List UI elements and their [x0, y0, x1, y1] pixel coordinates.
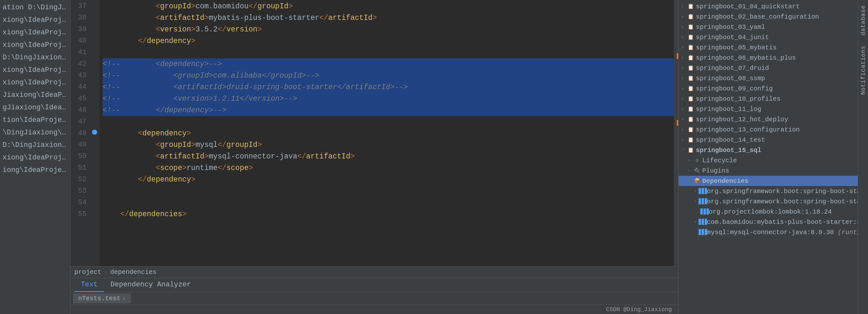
tab-text[interactable]: Text — [74, 278, 104, 292]
tree-item-dep-mybatis[interactable]: › ▊▊▊ com.baomidou:mybatis-plus-boot-sta… — [679, 217, 858, 227]
tree-item-sb13[interactable]: › 📋 springboot_13_configuration — [679, 124, 858, 135]
tree-item-dep-lombok[interactable]: › ▊▊▊ org.projectlombok:lombok:1.18.24 — [679, 206, 858, 217]
sidebar-database-label[interactable]: database — [859, 0, 868, 40]
line-num-48: 48 — [70, 127, 87, 139]
module-icon: 📋 — [687, 65, 694, 71]
sidebar-notifications-label[interactable]: Notifications — [859, 40, 868, 100]
code-line-50: <artifactId>mysql-connector-java</artifa… — [102, 151, 674, 162]
tree-item-plugins[interactable]: › 🔌 Plugins — [679, 166, 858, 176]
tree-item-label: springboot_12_hot_deploy — [696, 116, 855, 123]
dependencies-icon: 📦 — [694, 178, 700, 184]
left-panel-path: xiong\IdeaProjects\SpringBootS — [0, 39, 70, 51]
file-tab-label: nTests.test — [78, 295, 121, 302]
tree-item-sb10[interactable]: › 📋 springboot_10_profiles — [679, 94, 858, 104]
line-num-41: 41 — [70, 47, 87, 58]
project-tree[interactable]: › 📋 springboot_01_04_quickstart › 📋 spri… — [679, 0, 858, 314]
code-line-53 — [102, 185, 674, 197]
tree-item-label: springboot_06_mybatis_plus — [696, 54, 855, 62]
code-line-47 — [102, 116, 674, 127]
tree-item-label: springboot_08_ssmp — [696, 75, 855, 82]
chevron-right-icon: › — [681, 76, 686, 81]
tree-item-label: springboot_09_config — [696, 85, 855, 92]
breadcrumb-sep: › — [104, 268, 108, 276]
line-num-45: 45 — [70, 93, 87, 105]
left-panel-path: D:\DingJiaxiong\IdeaProjects\Sp — [0, 139, 70, 151]
tree-item-sb11[interactable]: › 📋 springboot_11_log — [679, 104, 858, 114]
line-num-50: 50 — [70, 151, 87, 162]
tree-item-label: springboot_10_profiles — [696, 95, 855, 103]
tree-item-sb05[interactable]: › 📋 springboot_05_mybatis — [679, 42, 858, 53]
module-icon: 📋 — [687, 106, 694, 112]
tree-item-label: Lifecycle — [702, 157, 855, 164]
right-panel: › 📋 springboot_01_04_quickstart › 📋 spri… — [678, 0, 858, 314]
close-icon[interactable]: ✕ — [122, 295, 126, 302]
left-panel-path: ation D:\DingJiaxiong\IdeaProjec — [0, 1, 70, 14]
chevron-right-icon: › — [681, 137, 686, 142]
left-panel-path: xiong\IdeaProjects\SpringBootS — [0, 14, 70, 26]
editor-scrollbar[interactable] — [674, 0, 678, 266]
tree-item-sb08[interactable]: › 📋 springboot_08_ssmp — [679, 73, 858, 83]
chevron-right-icon: › — [681, 127, 686, 132]
module-icon: 📋 — [687, 95, 694, 102]
tree-item-label: springboot_03_yaml — [696, 23, 855, 31]
file-tabs-bar: nTests.test ✕ — [70, 292, 678, 305]
tree-item-sb01[interactable]: › 📋 springboot_01_04_quickstart — [679, 1, 858, 11]
breadcrumb-project: project — [74, 268, 101, 276]
code-line-45: <!-- <version>1.2.11</version>--> — [102, 93, 674, 105]
tree-item-label: org.projectlombok:lombok:1.18.24 — [709, 208, 855, 216]
tree-item-dep-spring-boot[interactable]: › ▊▊▊ org.springframework.boot:spring-bo… — [679, 186, 858, 196]
chevron-right-icon: › — [681, 86, 686, 91]
left-panel-path: gJiaxiong\IdeaProjects\SpringBo — [0, 102, 70, 114]
tree-item-label: springboot_05_mybatis — [696, 44, 855, 51]
code-line-38: <artifactId>mybatis-plus-boot-starter</a… — [102, 12, 674, 24]
tree-item-sb14[interactable]: › 📋 springboot_14_test — [679, 135, 858, 145]
tree-item-label: springboot_15_sql — [696, 147, 855, 154]
left-panel-path: \DingJiaxiong\IdeaProjects\Sprin — [0, 126, 70, 139]
tree-item-sb15[interactable]: › 📋 springboot_15_sql — [679, 145, 858, 155]
chevron-right-icon: › — [681, 107, 686, 112]
chevron-right-icon: › — [687, 158, 692, 163]
tree-item-sb12[interactable]: › 📋 springboot_12_hot_deploy — [679, 114, 858, 124]
tree-item-sb06[interactable]: › 📋 springboot_06_mybatis_plus — [679, 53, 858, 63]
module-icon: 📋 — [687, 85, 694, 92]
breadcrumb-bar: project › dependencies — [70, 266, 678, 278]
tree-item-label: springboot_13_configuration — [696, 126, 855, 134]
line-num-44: 44 — [70, 82, 87, 93]
editor-content: 37 38 39 40 41 42 43 44 45 46 47 48 49 5… — [70, 0, 678, 266]
code-line-44: <!-- <artifactId>druid-spring-boot-start… — [102, 82, 674, 93]
tree-item-label: Plugins — [702, 167, 855, 174]
code-editor[interactable]: <groupId>com.baomidou</groupId> <artifac… — [99, 0, 674, 266]
line-num-47: 47 — [70, 116, 87, 127]
file-tab-ntests[interactable]: nTests.test ✕ — [73, 293, 131, 304]
chevron-right-icon: › — [694, 219, 696, 225]
chevron-right-icon: › — [694, 189, 696, 194]
module-icon: 📋 — [687, 147, 694, 153]
dep-bar-icon: ▊▊▊ — [699, 229, 705, 235]
scroll-marker-2 — [677, 120, 678, 126]
tree-item-sb07[interactable]: › 📋 springboot_07_druid — [679, 63, 858, 73]
chevron-right-icon: › — [681, 55, 686, 60]
tree-item-label: org.springframework.boot:spring-boot-sta… — [707, 198, 858, 205]
tree-item-dependencies[interactable]: › 📦 Dependencies — [679, 176, 858, 186]
tree-item-label: org.springframework.boot:spring-boot-sta… — [707, 188, 858, 195]
chevron-right-icon: › — [687, 168, 692, 173]
module-icon: 📋 — [687, 13, 694, 20]
module-icon: 📋 — [687, 34, 694, 40]
left-panel-path: tion\IdeaProjects\SpringBootStu — [0, 114, 70, 126]
tree-item-sb09[interactable]: › 📋 springboot_09_config — [679, 83, 858, 94]
line-num-54: 54 — [70, 197, 87, 208]
tree-item-dep-mysql[interactable]: › ▊▊▊ mysql:mysql-connector-java:8.0.30 … — [679, 227, 858, 237]
chevron-right-icon: › — [694, 199, 696, 204]
tree-item-sb02[interactable]: › 📋 springboot_02_base_configuration — [679, 11, 858, 22]
tree-item-sb03[interactable]: › 📋 springboot_03_yaml — [679, 22, 858, 32]
tree-item-lifecycle[interactable]: › ⚙ Lifecycle — [679, 155, 858, 166]
code-line-39: <version>3.5.2</version> — [102, 24, 674, 35]
tab-dependency-analyzer[interactable]: Dependency Analyzer — [104, 278, 197, 292]
line-num-51: 51 — [70, 162, 87, 174]
tree-item-sb04[interactable]: › 📋 springboot_04_junit — [679, 32, 858, 42]
chevron-down-icon: › — [687, 179, 692, 183]
code-line-41 — [102, 47, 674, 58]
tree-item-dep-spring-boot-test[interactable]: › ▊▊▊ org.springframework.boot:spring-bo… — [679, 196, 858, 206]
left-panel-path: iong\IdeaProjects\SpringBootStu — [0, 164, 70, 176]
status-bar: CSDN @Ding_Jiaxiong — [70, 305, 678, 314]
